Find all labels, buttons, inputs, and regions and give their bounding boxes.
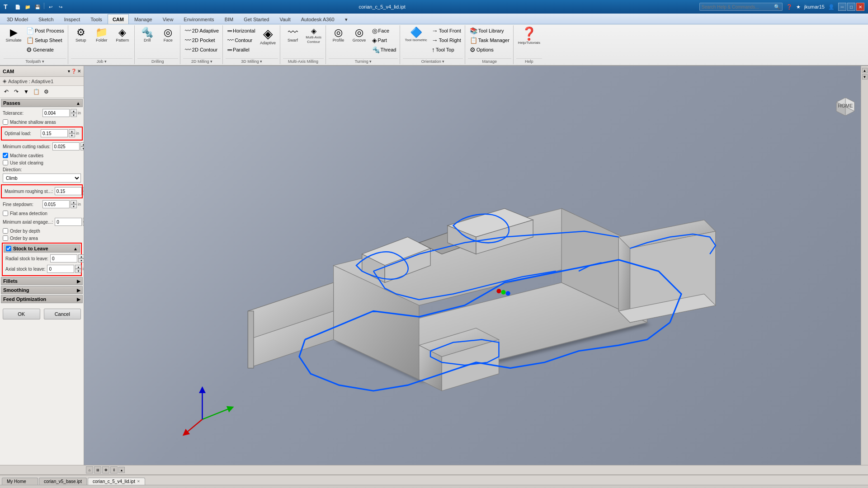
help-tutorials-btn[interactable]: ❓ Help/Tutorials xyxy=(516,26,542,47)
cancel-button[interactable]: Cancel xyxy=(44,309,81,319)
close-btn[interactable]: ✕ xyxy=(856,3,864,11)
flat-area-check[interactable] xyxy=(3,211,8,216)
tool-top-btn[interactable]: ↑ Tool Top xyxy=(430,45,463,54)
optimal-load-up-btn[interactable]: ▲ xyxy=(69,129,75,133)
radial-stock-up-btn[interactable]: ▲ xyxy=(78,254,84,258)
2dmilling-group-label[interactable]: 2D Milling ▾ xyxy=(183,58,221,64)
stock-check[interactable] xyxy=(6,246,11,251)
folder-btn[interactable]: 📁 Folder xyxy=(92,26,112,44)
tolerance-up-btn[interactable]: ▲ xyxy=(71,109,77,113)
2d-pocket-btn[interactable]: 〰 2D Pocket xyxy=(183,36,221,45)
max-roughing-down-btn[interactable]: ▼ xyxy=(83,191,84,195)
view-cube-gizmo[interactable]: HOME xyxy=(832,93,859,120)
contour-btn[interactable]: 〰 Contour xyxy=(226,36,257,45)
smoothing-section-header[interactable]: Smoothing ▶ xyxy=(1,286,83,294)
fillets-toggle[interactable]: ▶ xyxy=(77,279,80,284)
tab-tools[interactable]: Tools xyxy=(85,14,107,24)
tab-lid-close[interactable]: ✕ xyxy=(137,479,140,483)
vt-home-btn[interactable]: ⌂ xyxy=(86,466,93,474)
vp-btn-1[interactable]: ▲ xyxy=(862,68,868,73)
stock-toggle[interactable]: ▲ xyxy=(73,246,78,251)
face-drill-btn[interactable]: ◎ Face xyxy=(158,26,178,44)
passes-section-header[interactable]: Passes ▲ xyxy=(1,99,83,107)
cam-undo-btn[interactable]: ↶ xyxy=(2,87,11,96)
cam-dropdown-btn[interactable]: ▾ xyxy=(68,69,70,74)
cam-help-btn[interactable]: ❓ xyxy=(71,69,76,74)
help-icon[interactable]: ❓ xyxy=(786,4,793,10)
multiaxis-group-label[interactable]: Multi-Axis Milling xyxy=(283,58,324,64)
max-roughing-up-btn[interactable]: ▲ xyxy=(83,187,84,191)
simulate-btn[interactable]: ▶ Simulate xyxy=(4,26,24,44)
tool-isometric-btn[interactable]: 🔷 Tool Isometric xyxy=(403,26,429,44)
quick-redo-btn[interactable]: ↪ xyxy=(56,3,65,11)
post-process-btn[interactable]: 📄 Post Process xyxy=(24,26,66,35)
min-cutting-down-btn[interactable]: ▼ xyxy=(80,146,84,150)
generate-btn[interactable]: ⚙ Generate xyxy=(24,45,66,54)
fine-stepdown-up-btn[interactable]: ▲ xyxy=(71,200,77,204)
machine-cavities-check[interactable] xyxy=(3,153,8,158)
minimize-btn[interactable]: ─ xyxy=(838,3,846,11)
smoothing-toggle[interactable]: ▶ xyxy=(77,288,80,293)
min-axial-down-btn[interactable]: ▼ xyxy=(83,222,84,226)
ok-button[interactable]: OK xyxy=(3,309,40,319)
drilling-group-label[interactable]: Drilling xyxy=(137,58,178,64)
viewport[interactable]: HOME ▲ ▼ xyxy=(84,66,868,465)
toolpath-group-label[interactable]: Toolpath ▾ xyxy=(4,58,66,64)
tool-right-btn[interactable]: → Tool Right xyxy=(430,36,463,45)
axial-stock-down-btn[interactable]: ▼ xyxy=(75,269,81,273)
radial-stock-input[interactable] xyxy=(50,254,77,263)
2d-adaptive-btn[interactable]: 〰 2D Adaptive xyxy=(183,26,221,35)
quick-undo-btn[interactable]: ↩ xyxy=(46,3,55,11)
direction-select[interactable]: Climb Conventional xyxy=(3,174,81,183)
tolerance-down-btn[interactable]: ▼ xyxy=(71,113,77,117)
quick-open-btn[interactable]: 📁 xyxy=(23,3,32,11)
vt-zoom-btn[interactable]: ⇕ xyxy=(110,466,118,474)
tab-manage[interactable]: Manage xyxy=(129,14,157,24)
2d-contour-btn[interactable]: 〰 2D Contour xyxy=(183,45,221,54)
quick-new-btn[interactable]: 📄 xyxy=(13,3,22,11)
fillets-section-header[interactable]: Fillets ▶ xyxy=(1,277,83,285)
orientation-group-label[interactable]: Orientation ▾ xyxy=(403,58,462,64)
vt-up-btn[interactable]: ▲ xyxy=(118,467,125,473)
tab-vault[interactable]: Vault xyxy=(274,14,295,24)
vt-grid-btn[interactable]: ⊞ xyxy=(94,466,101,474)
multiaxis-contour-btn[interactable]: ◈ Multi-AxisContour xyxy=(304,26,324,45)
tab-3dmodel[interactable]: 3D Model xyxy=(2,14,33,24)
3dmilling-group-label[interactable]: 3D Milling ▾ xyxy=(226,58,278,64)
tab-base-ipt[interactable]: corian_v5_base.ipt xyxy=(39,478,87,485)
order-depth-check[interactable] xyxy=(3,228,8,234)
tab-my-home[interactable]: My Home xyxy=(2,478,38,485)
radial-stock-down-btn[interactable]: ▼ xyxy=(78,258,84,263)
adaptive-btn[interactable]: ◈ Adaptive xyxy=(258,26,278,47)
tab-view[interactable]: View xyxy=(158,14,179,24)
horizontal-btn[interactable]: ═ Horizontal xyxy=(226,26,257,35)
quick-save-btn[interactable]: 💾 xyxy=(33,3,42,11)
tool-library-btn[interactable]: 📚 Tool Library xyxy=(468,26,511,35)
tolerance-input[interactable] xyxy=(42,109,70,117)
search-input[interactable] xyxy=(702,5,774,9)
turning-group-label[interactable]: Turning ▾ xyxy=(329,58,398,64)
tab-bim[interactable]: BIM xyxy=(220,14,239,24)
axial-stock-up-btn[interactable]: ▲ xyxy=(75,265,81,269)
feed-opt-toggle[interactable]: ▶ xyxy=(77,297,80,302)
use-slot-clearing-check[interactable] xyxy=(3,160,8,165)
fine-stepdown-down-btn[interactable]: ▼ xyxy=(71,204,77,208)
task-manager-btn[interactable]: 📋 Task Manager xyxy=(468,36,511,45)
feed-opt-section-header[interactable]: Feed Optimization ▶ xyxy=(1,295,83,303)
star-icon[interactable]: ★ xyxy=(796,4,801,10)
tab-cam[interactable]: CAM xyxy=(108,14,129,24)
stock-section-header[interactable]: Stock to Leave ▲ xyxy=(4,244,80,253)
axial-stock-input[interactable] xyxy=(47,265,74,273)
optimal-load-input[interactable] xyxy=(41,129,68,137)
passes-toggle[interactable]: ▲ xyxy=(76,101,80,106)
tab-inspect[interactable]: Inspect xyxy=(59,14,85,24)
cam-dropdown2-btn[interactable]: ▼ xyxy=(22,87,31,96)
min-axial-input[interactable] xyxy=(55,218,82,226)
machine-shallow-check[interactable] xyxy=(3,119,8,125)
fine-stepdown-input[interactable] xyxy=(42,200,70,208)
cam-settings-btn[interactable]: ⚙ xyxy=(42,87,51,96)
drill-btn[interactable]: 🔩 Drill xyxy=(137,26,157,44)
tab-sketch[interactable]: Sketch xyxy=(33,14,59,24)
turn-face-btn[interactable]: ◎ Face xyxy=(370,26,398,35)
order-area-check[interactable] xyxy=(3,235,8,241)
